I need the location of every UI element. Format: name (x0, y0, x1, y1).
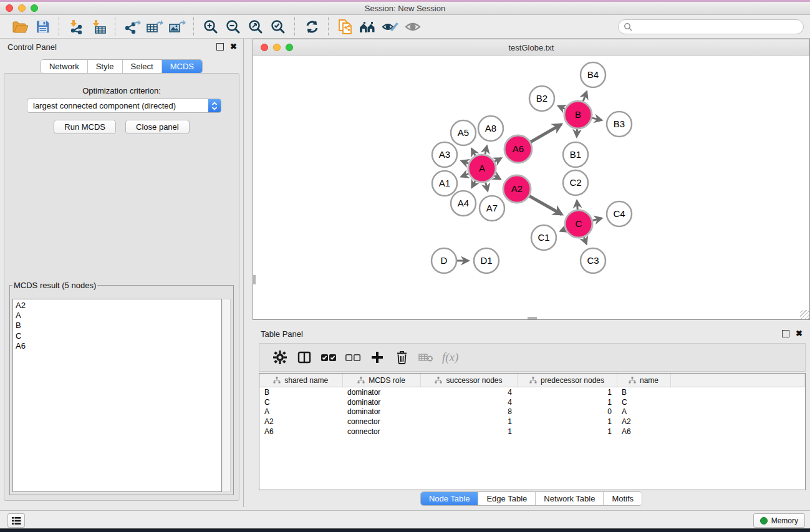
table-row[interactable]: Adominator80A (259, 407, 805, 417)
import-table-icon[interactable] (87, 17, 110, 36)
graph-edge-A-A8[interactable] (485, 146, 487, 154)
table-row[interactable]: Bdominator41B (259, 387, 805, 397)
open-file-icon[interactable] (9, 17, 31, 36)
graph-node-B2[interactable]: B2 (529, 86, 554, 111)
graph-edge-B-B4[interactable] (583, 92, 587, 101)
export-table-icon[interactable] (143, 17, 166, 36)
table-cell[interactable]: 1 (420, 417, 517, 427)
node-table[interactable]: shared nameMCDS rolesuccessor nodesprede… (259, 373, 806, 490)
graph-node-D1[interactable]: D1 (474, 248, 499, 273)
hide-selected-icon[interactable] (379, 17, 402, 36)
graph-node-A1[interactable]: A1 (432, 171, 457, 196)
close-panel-icon[interactable]: ✖ (230, 44, 237, 50)
delete-column-icon[interactable] (392, 348, 411, 367)
column-view-icon[interactable] (295, 348, 314, 367)
table-cell[interactable]: 1 (517, 397, 617, 407)
table-cell[interactable]: 1 (517, 387, 617, 397)
select-all-icon[interactable] (319, 348, 338, 367)
table-cell[interactable]: 8 (420, 407, 517, 417)
table-cell[interactable]: 4 (420, 387, 517, 397)
graph-edge-A6-B[interactable] (531, 124, 561, 142)
result-list-scrollbar[interactable] (223, 299, 231, 492)
tab-select[interactable]: Select (123, 60, 162, 73)
window-edge-handle[interactable] (528, 317, 537, 319)
table-cell[interactable]: A (617, 407, 670, 417)
graph-node-C1[interactable]: C1 (531, 225, 556, 250)
graph-node-D[interactable]: D (432, 248, 456, 273)
graph-edge-A-A4[interactable] (472, 181, 475, 187)
task-history-button[interactable] (7, 513, 25, 528)
tab-edge-table[interactable]: Edge Table (478, 492, 536, 505)
graph-node-A4[interactable]: A4 (451, 191, 476, 216)
zoom-out-icon[interactable] (222, 17, 244, 36)
table-cell[interactable]: A6 (617, 427, 670, 437)
table-row[interactable]: A2connector11A2 (259, 417, 805, 427)
graph-node-C4[interactable]: C4 (607, 201, 632, 226)
tab-style[interactable]: Style (88, 60, 123, 73)
graph-edge-A-A6[interactable] (494, 158, 501, 162)
graph-node-A5[interactable]: A5 (451, 120, 476, 145)
table-cell[interactable]: C (617, 397, 670, 407)
deselect-all-icon[interactable] (344, 348, 362, 367)
table-cell[interactable]: B (259, 387, 342, 397)
network-graph-canvas[interactable]: B4B2BB3A5A8A6B1A3AC2A1A2A4A7C4CC1C3DD1 (253, 56, 809, 319)
table-cell[interactable]: 4 (420, 397, 517, 407)
search-box[interactable] (618, 19, 804, 34)
graph-node-A8[interactable]: A8 (478, 116, 503, 141)
close-panel-button[interactable]: Close panel (125, 120, 190, 134)
function-builder-button[interactable]: f(x) (442, 351, 458, 364)
table-cell[interactable]: connector (342, 417, 420, 427)
table-cell[interactable]: B (617, 387, 670, 397)
graph-edge-A-A7[interactable] (486, 182, 488, 191)
export-image-icon[interactable] (166, 17, 188, 36)
memory-button[interactable]: Memory (753, 513, 805, 528)
graph-edge-C-C2[interactable] (577, 201, 577, 210)
table-cell[interactable]: A2 (617, 417, 670, 427)
graph-node-C3[interactable]: C3 (581, 248, 605, 273)
zoom-fit-icon[interactable] (244, 17, 267, 36)
graph-node-C[interactable]: C (565, 210, 592, 238)
delete-table-icon[interactable] (417, 348, 435, 367)
column-header[interactable]: MCDS role (342, 374, 420, 387)
tab-network-table[interactable]: Network Table (536, 492, 604, 505)
zoom-in-icon[interactable] (200, 17, 222, 36)
graph-edge-A-A1[interactable] (461, 174, 469, 177)
tab-network[interactable]: Network (41, 60, 88, 73)
float-table-panel-icon[interactable] (782, 330, 789, 337)
column-header[interactable]: successor nodes (420, 374, 517, 387)
export-network-icon[interactable] (121, 17, 143, 36)
refresh-icon[interactable] (301, 17, 323, 36)
window-edge-handle[interactable] (253, 275, 256, 284)
graph-node-A6[interactable]: A6 (504, 135, 532, 163)
result-item[interactable]: A2 (16, 301, 219, 311)
resize-grip-icon[interactable] (800, 310, 809, 319)
table-row[interactable]: Cdominator41C (259, 397, 805, 407)
result-item[interactable]: A6 (16, 341, 219, 351)
table-cell[interactable]: dominator (342, 387, 420, 397)
tab-mcds[interactable]: MCDS (162, 60, 202, 73)
column-header[interactable]: name (617, 374, 670, 387)
column-header[interactable]: predecessor nodes (517, 374, 617, 387)
close-table-panel-icon[interactable]: ✖ (796, 331, 803, 337)
table-cell[interactable]: C (259, 397, 342, 407)
table-cell[interactable]: 1 (517, 427, 617, 437)
graph-edge-A-A5[interactable] (472, 149, 476, 156)
graph-node-B[interactable]: B (564, 101, 592, 128)
criterion-dropdown[interactable]: largest connected component (directed) (27, 99, 221, 113)
graph-node-A2[interactable]: A2 (503, 175, 531, 203)
add-column-icon[interactable] (368, 348, 387, 367)
tab-node-table[interactable]: Node Table (421, 492, 479, 505)
graph-node-A7[interactable]: A7 (480, 196, 504, 221)
graph-edge-B-B3[interactable] (592, 118, 601, 120)
graph-node-B1[interactable]: B1 (563, 142, 588, 167)
table-cell[interactable]: A2 (259, 417, 342, 427)
first-neighbors-icon[interactable] (357, 17, 379, 36)
mcds-result-list[interactable]: A2ABCA6 (12, 299, 222, 492)
float-panel-icon[interactable] (216, 43, 224, 51)
graph-node-B4[interactable]: B4 (581, 62, 605, 87)
table-settings-gear-icon[interactable] (271, 348, 289, 367)
graph-edge-C-C3[interactable] (584, 237, 586, 244)
result-item[interactable]: C (16, 331, 219, 341)
graph-edge-B-B2[interactable] (558, 106, 565, 109)
table-cell[interactable]: dominator (342, 407, 420, 417)
